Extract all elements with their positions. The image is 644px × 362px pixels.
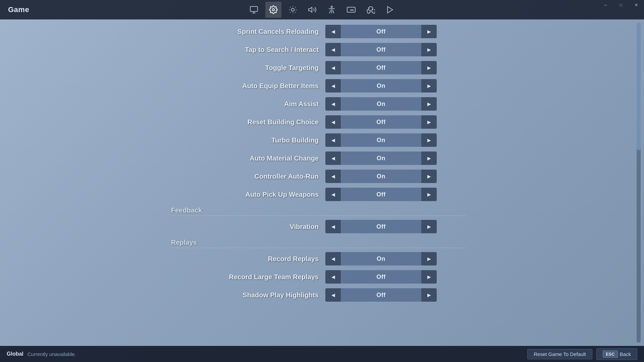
decrement-button[interactable]: ◀ bbox=[325, 25, 341, 38]
scrollbar-track[interactable] bbox=[637, 23, 641, 343]
setting-label: Toggle Targeting bbox=[171, 64, 325, 72]
setting-row: Auto Equip Better Items◀On▶ bbox=[171, 77, 466, 95]
setting-row: Record Replays◀On▶ bbox=[171, 250, 466, 267]
increment-button[interactable]: ▶ bbox=[421, 170, 437, 183]
svg-marker-11 bbox=[309, 7, 312, 12]
nav-controller[interactable] bbox=[363, 2, 379, 18]
nav-input[interactable] bbox=[343, 2, 359, 18]
svg-rect-0 bbox=[250, 6, 258, 11]
nav-bar bbox=[246, 2, 398, 18]
setting-control: ◀On▶ bbox=[325, 79, 437, 93]
setting-row: Controller Auto-Run◀On▶ bbox=[171, 168, 466, 185]
setting-row: Vibration◀Off▶ bbox=[171, 218, 466, 235]
setting-control: ◀On▶ bbox=[325, 133, 437, 147]
decrement-button[interactable]: ◀ bbox=[325, 61, 341, 74]
setting-value: On bbox=[341, 252, 421, 265]
setting-row: Tap to Search / Interact◀Off▶ bbox=[171, 41, 466, 58]
decrement-button[interactable]: ◀ bbox=[325, 220, 341, 233]
feedback-section-header: Feedback bbox=[171, 204, 466, 216]
svg-rect-20 bbox=[369, 7, 373, 10]
increment-button[interactable]: ▶ bbox=[421, 220, 437, 233]
decrement-button[interactable]: ◀ bbox=[325, 170, 341, 183]
setting-value: Off bbox=[341, 61, 421, 74]
setting-control: ◀On▶ bbox=[325, 252, 437, 265]
setting-control: ◀Off▶ bbox=[325, 61, 437, 74]
decrement-button[interactable]: ◀ bbox=[325, 79, 341, 93]
decrement-button[interactable]: ◀ bbox=[325, 152, 341, 165]
global-status: Currently unavailable. bbox=[28, 351, 76, 357]
setting-label: Sprint Cancels Reloading bbox=[171, 28, 325, 36]
increment-button[interactable]: ▶ bbox=[421, 25, 437, 38]
setting-value: On bbox=[341, 152, 421, 165]
decrement-button[interactable]: ◀ bbox=[325, 97, 341, 111]
increment-button[interactable]: ▶ bbox=[421, 252, 437, 265]
svg-point-12 bbox=[331, 6, 332, 7]
increment-button[interactable]: ▶ bbox=[421, 270, 437, 284]
setting-value: On bbox=[341, 79, 421, 93]
nav-volume[interactable] bbox=[304, 2, 320, 18]
svg-point-1 bbox=[272, 9, 275, 11]
decrement-button[interactable]: ◀ bbox=[325, 115, 341, 129]
decrement-button[interactable]: ◀ bbox=[325, 43, 341, 56]
setting-value: On bbox=[341, 170, 421, 183]
main-content: Sprint Cancels Reloading◀Off▶Tap to Sear… bbox=[0, 19, 644, 346]
esc-key: ESC bbox=[603, 351, 618, 358]
increment-button[interactable]: ▶ bbox=[421, 97, 437, 111]
replays-divider bbox=[171, 248, 466, 248]
setting-control: ◀Off▶ bbox=[325, 188, 437, 201]
reset-game-button[interactable]: Reset Game To Default bbox=[527, 349, 592, 359]
bottom-actions: Reset Game To Default ESC Back bbox=[527, 348, 637, 360]
decrement-button[interactable]: ◀ bbox=[325, 270, 341, 284]
nav-brightness[interactable] bbox=[285, 2, 301, 18]
increment-button[interactable]: ▶ bbox=[421, 188, 437, 201]
minimize-button[interactable]: ─ bbox=[598, 0, 613, 10]
setting-label: Turbo Building bbox=[171, 136, 325, 144]
nav-accessibility[interactable] bbox=[324, 2, 340, 18]
setting-value: On bbox=[341, 97, 421, 111]
window-controls: ─ □ ✕ bbox=[598, 0, 644, 10]
back-label: Back bbox=[620, 351, 631, 357]
setting-control: ◀On▶ bbox=[325, 170, 437, 183]
setting-label: Aim Assist bbox=[171, 100, 325, 108]
replays-settings-rows: Record Replays◀On▶Record Large Team Repl… bbox=[171, 250, 466, 304]
increment-button[interactable]: ▶ bbox=[421, 43, 437, 56]
setting-row: Shadow Play Highlights◀Off▶ bbox=[171, 286, 466, 304]
setting-row: Reset Building Choice◀Off▶ bbox=[171, 113, 466, 131]
nav-replay[interactable] bbox=[382, 2, 398, 18]
decrement-button[interactable]: ◀ bbox=[325, 288, 341, 302]
setting-control: ◀Off▶ bbox=[325, 270, 437, 284]
maximize-button[interactable]: □ bbox=[613, 0, 629, 10]
nav-gear[interactable] bbox=[265, 2, 281, 18]
close-button[interactable]: ✕ bbox=[629, 0, 644, 10]
setting-row: Auto Material Change◀On▶ bbox=[171, 149, 466, 167]
back-button[interactable]: ESC Back bbox=[596, 348, 637, 360]
feedback-settings-rows: Vibration◀Off▶ bbox=[171, 218, 466, 235]
increment-button[interactable]: ▶ bbox=[421, 79, 437, 93]
svg-line-5 bbox=[290, 7, 291, 8]
setting-value: Off bbox=[341, 188, 421, 201]
increment-button[interactable]: ▶ bbox=[421, 152, 437, 165]
setting-label: Shadow Play Highlights bbox=[171, 291, 325, 299]
setting-label: Controller Auto-Run bbox=[171, 173, 325, 180]
decrement-button[interactable]: ◀ bbox=[325, 133, 341, 147]
increment-button[interactable]: ▶ bbox=[421, 115, 437, 129]
setting-control: ◀On▶ bbox=[325, 152, 437, 165]
main-settings-rows: Sprint Cancels Reloading◀Off▶Tap to Sear… bbox=[171, 23, 466, 203]
setting-control: ◀Off▶ bbox=[325, 288, 437, 302]
nav-monitor[interactable] bbox=[246, 2, 262, 18]
setting-control: ◀On▶ bbox=[325, 97, 437, 111]
setting-row: Sprint Cancels Reloading◀Off▶ bbox=[171, 23, 466, 40]
setting-value: Off bbox=[341, 25, 421, 38]
setting-value: Off bbox=[341, 115, 421, 129]
scrollbar-thumb[interactable] bbox=[637, 23, 641, 150]
increment-button[interactable]: ▶ bbox=[421, 133, 437, 147]
svg-point-2 bbox=[291, 8, 294, 11]
global-label: Global bbox=[7, 351, 23, 357]
decrement-button[interactable]: ◀ bbox=[325, 188, 341, 201]
increment-button[interactable]: ▶ bbox=[421, 61, 437, 74]
decrement-button[interactable]: ◀ bbox=[325, 252, 341, 265]
increment-button[interactable]: ▶ bbox=[421, 288, 437, 302]
setting-label: Record Replays bbox=[171, 255, 325, 263]
setting-label: Auto Material Change bbox=[171, 155, 325, 162]
feedback-divider bbox=[171, 216, 466, 216]
